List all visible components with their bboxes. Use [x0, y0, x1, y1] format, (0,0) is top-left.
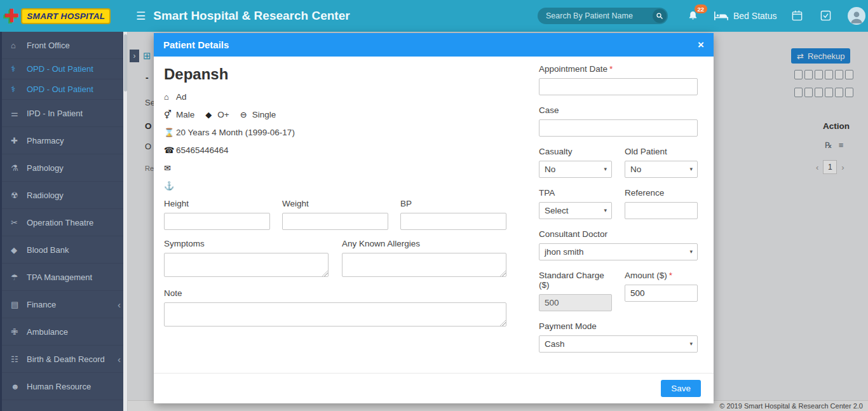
sidebar-item[interactable]: ✚ Pharmacy	[0, 127, 127, 154]
calendar-button[interactable]	[792, 10, 803, 24]
tpa-select[interactable]: Select ▾	[539, 202, 612, 219]
weight-input[interactable]	[282, 213, 388, 230]
sidebar-item[interactable]: ☢ Radiology	[0, 182, 127, 209]
note-textarea[interactable]	[164, 302, 506, 327]
sidebar-item-label: Ambulance	[27, 327, 68, 337]
consultant-doctor-group: Consultant Doctor jhon smith ▾	[539, 229, 698, 260]
required-asterisk: *	[609, 64, 613, 74]
user-avatar[interactable]	[848, 7, 865, 25]
birth-death-record-icon: ☷	[11, 354, 27, 364]
caret-down-icon: ▾	[689, 166, 693, 172]
bed-icon	[714, 11, 728, 21]
app-logo[interactable]: ✚ SMART HOSPITAL	[0, 0, 127, 32]
tasks-button[interactable]	[820, 10, 831, 24]
allergies-textarea[interactable]	[342, 253, 506, 277]
reference-input[interactable]	[625, 202, 698, 219]
sidebar-item-label: Birth & Death Record	[27, 354, 105, 364]
reference-group: Reference	[625, 188, 698, 219]
operation-theatre-icon: ✂	[11, 218, 27, 227]
case-input[interactable]	[539, 119, 698, 137]
bp-input[interactable]	[400, 213, 506, 230]
sidebar-item-label: Front Office	[27, 41, 70, 50]
search-input[interactable]	[538, 11, 653, 20]
hamburger-menu-icon[interactable]: ☰	[136, 10, 146, 23]
close-icon[interactable]: ×	[698, 39, 704, 50]
standard-charge-group: Standard Charge ($)	[539, 271, 612, 311]
tpa-group: TPA Select ▾	[539, 188, 612, 219]
height-field-group: Height	[164, 199, 270, 230]
sidebar: ⌂ Front Office ⚕ OPD - Out Patient ⚕ OPD…	[0, 32, 127, 411]
amount-label: Amount ($)*	[625, 271, 698, 280]
sidebar-item[interactable]: ⚗ Pathology	[0, 154, 127, 182]
reference-label: Reference	[625, 188, 698, 198]
patient-phone: 65465446464	[176, 145, 229, 155]
hospital-cross-icon: ✚	[4, 7, 19, 25]
sidebar-item[interactable]: ⚕ OPD - Out Patient	[0, 59, 127, 79]
appointment-date-input[interactable]	[539, 78, 698, 95]
height-label: Height	[164, 199, 270, 208]
opd-icon: ⚕	[11, 84, 27, 94]
gender-icon: ⚥	[164, 110, 176, 119]
blood-drop-icon: ◆	[205, 110, 217, 119]
consultant-doctor-value: jhon smith	[545, 247, 584, 257]
patient-demographics-line: ⚥ Male ◆ O+ ⊖ Single	[164, 110, 515, 119]
vitals-row: Height Weight BP	[164, 199, 515, 230]
patient-search	[538, 8, 668, 24]
notifications-button[interactable]: 22	[688, 10, 698, 24]
sidebar-item[interactable]: ☷ Birth & Death Record ‹	[0, 346, 127, 373]
bed-status-button[interactable]: Bed Status	[714, 0, 777, 32]
user-icon	[848, 8, 865, 25]
height-input[interactable]	[164, 213, 270, 230]
sidebar-item[interactable]: ✂ Operation Theatre	[0, 209, 127, 236]
patient-marital-status: ⊖ Single	[240, 110, 276, 119]
note-field-group: Note	[164, 288, 506, 329]
tpa-label: TPA	[539, 188, 612, 198]
casualty-group: Casualty No ▾	[539, 147, 612, 178]
symptoms-textarea[interactable]	[164, 253, 329, 277]
save-button[interactable]: Save	[661, 380, 701, 397]
sidebar-item[interactable]: ◆ Blood Bank	[0, 236, 127, 264]
envelope-icon: ✉	[164, 163, 176, 173]
chevron-left-icon: ‹	[118, 354, 121, 365]
payment-mode-select[interactable]: Cash ▾	[539, 335, 698, 353]
case-group: Case	[539, 105, 698, 137]
amount-group: Amount ($)*	[625, 271, 698, 302]
sidebar-item[interactable]: ✙ Ambulance	[0, 318, 127, 346]
modal-header: Patient Details ×	[154, 33, 714, 57]
sidebar-item[interactable]: ☻ Human Resource	[0, 373, 127, 400]
symptoms-allergies-row: Symptoms Any Known Allergies	[164, 239, 515, 280]
patient-phone-line: ☎ 65465446464	[164, 145, 515, 155]
sidebar-item[interactable]: ⚕ OPD - Out Patient	[0, 79, 127, 100]
opd-icon: ⚕	[11, 64, 27, 74]
consultant-doctor-select[interactable]: jhon smith ▾	[539, 243, 698, 260]
old-patient-value: No	[630, 165, 641, 174]
case-label: Case	[539, 105, 698, 115]
search-icon	[656, 12, 663, 20]
patient-name: Depansh	[164, 65, 515, 83]
sidebar-item[interactable]: ⌂ Front Office	[0, 32, 127, 59]
payment-mode-label: Payment Mode	[539, 321, 698, 331]
caret-down-icon: ▾	[689, 340, 693, 347]
notification-count-badge: 22	[695, 4, 707, 13]
modal-body: Depansh ⌂ Ad ⚥ Male ◆ O+ ⊖ Single	[154, 57, 714, 373]
amount-input[interactable]	[625, 285, 698, 302]
search-button[interactable]	[653, 9, 667, 23]
caret-down-icon: ▾	[689, 248, 693, 255]
logo-text: SMART HOSPITAL	[21, 8, 111, 24]
patient-age-line: ⌛ 20 Years 4 Month (1999-06-17)	[164, 128, 515, 137]
charge-amount-row: Standard Charge ($) Amount ($)*	[539, 271, 698, 311]
sidebar-item[interactable]: ☂ TPA Management	[0, 264, 127, 291]
casualty-select[interactable]: No ▾	[539, 161, 612, 178]
sidebar-item[interactable]: ▤ Finance ‹	[0, 291, 127, 318]
chevron-left-icon: ‹	[118, 299, 121, 310]
sidebar-item[interactable]: ⚌ IPD - In Patient	[0, 100, 127, 127]
casualty-value: No	[545, 165, 555, 174]
sidebar-item-label: TPA Management	[27, 273, 92, 282]
weight-label: Weight	[282, 199, 388, 208]
blood-group-value: O+	[217, 110, 229, 119]
note-label: Note	[164, 288, 506, 298]
anchor-icon: ⚓	[164, 181, 176, 191]
app-title: Smart Hospital & Research Center	[153, 9, 349, 23]
old-patient-select[interactable]: No ▾	[625, 161, 698, 178]
allergies-label: Any Known Allergies	[342, 239, 506, 248]
